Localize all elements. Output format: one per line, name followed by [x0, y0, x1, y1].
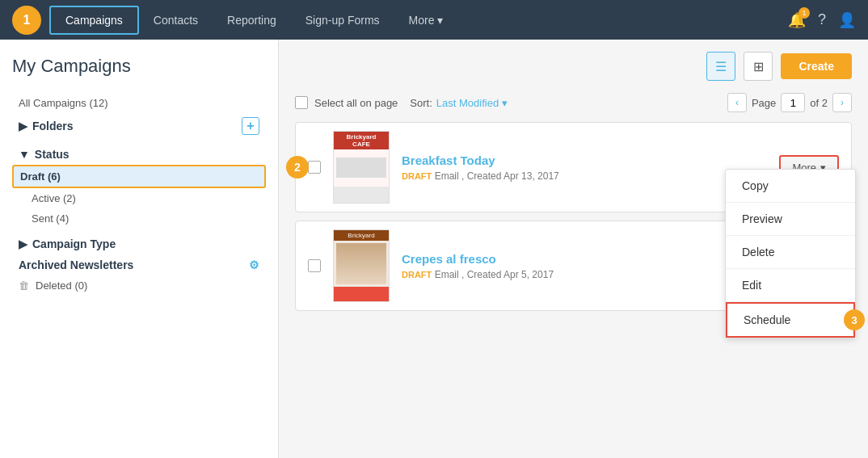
sidebar: My Campaigns All Campaigns (12) ▶ Folder… [0, 40, 279, 458]
dropdown-item-copy[interactable]: Copy [726, 170, 855, 203]
nav-item-campaigns[interactable]: Campaigns [49, 6, 139, 35]
view-toolbar: ☰ ⊞ Create [295, 52, 852, 81]
create-button[interactable]: Create [781, 53, 852, 79]
notifications-icon[interactable]: 🔔 1 [788, 11, 806, 29]
dropdown-item-preview[interactable]: Preview [726, 203, 855, 236]
archive-gear-icon[interactable]: ⚙ [249, 258, 259, 271]
campaign-meta-2: DRAFT Email , Created Apr 5, 2017 [402, 269, 769, 280]
status-arrow-icon: ▼ [19, 148, 30, 161]
nav-item-reporting[interactable]: Reporting [213, 0, 291, 40]
sidebar-item-active[interactable]: Active (2) [12, 188, 266, 208]
sidebar-deleted[interactable]: 🗑 Deleted (0) [12, 275, 266, 296]
step-badge-3: 3 [844, 309, 865, 330]
nav-right-icons: 🔔 1 ? 👤 [788, 11, 856, 29]
sort-by-button[interactable]: Last Modified ▾ [436, 97, 508, 109]
folders-arrow-icon: ▶ [19, 120, 27, 132]
thumb-title-1: BrickyardCAFE [334, 132, 389, 149]
list-view-icon: ☰ [715, 59, 727, 74]
campaign-info-2: Crepes al fresco DRAFT Email , Created A… [402, 252, 769, 280]
page-input[interactable] [781, 93, 805, 112]
select-all-checkbox[interactable] [295, 96, 308, 109]
sidebar-all-campaigns[interactable]: All Campaigns (12) [12, 93, 266, 113]
sidebar-archived-newsletters: Archived Newsletters ⚙ [12, 254, 266, 275]
dropdown-item-edit[interactable]: Edit [726, 269, 855, 302]
status-badge-2: DRAFT [402, 270, 432, 279]
select-all-control: Select all on page [295, 96, 398, 109]
add-folder-button[interactable]: + [242, 117, 259, 135]
top-navigation: 1 Campaigns Contacts Reporting Sign-up F… [0, 0, 868, 40]
nav-items: Campaigns Contacts Reporting Sign-up For… [49, 0, 788, 40]
sidebar-status-header[interactable]: ▼ Status [12, 144, 266, 165]
right-content: ☰ ⊞ Create Select all on page Sort: Last… [279, 40, 868, 458]
campaign-thumbnail-2: Brickyard [333, 229, 390, 302]
dropdown-item-delete[interactable]: Delete [726, 236, 855, 269]
help-icon[interactable]: ? [818, 11, 826, 28]
campaign-select-checkbox-2[interactable] [308, 259, 321, 272]
nav-item-signup-forms[interactable]: Sign-up Forms [291, 0, 394, 40]
campaign-type-arrow-icon: ▶ [19, 237, 27, 250]
main-content: My Campaigns All Campaigns (12) ▶ Folder… [0, 40, 868, 458]
nav-item-more[interactable]: More ▾ [394, 0, 458, 40]
dropdown-menu: Copy Preview Delete Edit Schedule 3 [725, 169, 856, 338]
sidebar-item-sent[interactable]: Sent (4) [12, 208, 266, 229]
sidebar-item-draft[interactable]: Draft (6) [12, 165, 266, 188]
list-view-button[interactable]: ☰ [706, 52, 735, 81]
sidebar-folders-header[interactable]: ▶ Folders + [12, 113, 266, 139]
nav-item-contacts[interactable]: Contacts [139, 0, 213, 40]
grid-view-icon: ⊞ [753, 59, 764, 74]
user-icon[interactable]: 👤 [838, 11, 856, 29]
campaign-info-1: Breakfast Today DRAFT Email , Created Ap… [402, 153, 767, 182]
page-title: My Campaigns [12, 56, 266, 77]
pagination: ‹ Page of 2 › [727, 93, 852, 112]
next-page-button[interactable]: › [832, 93, 852, 112]
sidebar-group-folders: ▶ Folders + [12, 113, 266, 139]
app-logo[interactable]: 1 [12, 6, 41, 35]
prev-page-button[interactable]: ‹ [727, 93, 747, 112]
notification-badge: 1 [798, 7, 810, 19]
trash-icon: 🗑 [19, 279, 29, 292]
sidebar-campaign-type-header[interactable]: ▶ Campaign Type [12, 233, 266, 254]
campaign-meta-1: DRAFT Email , Created Apr 13, 2017 [402, 170, 767, 182]
status-badge-1: DRAFT [402, 171, 432, 181]
dropdown-item-schedule[interactable]: Schedule 3 [726, 302, 855, 338]
campaign-thumbnail-1: BrickyardCAFE [333, 131, 390, 204]
grid-view-button[interactable]: ⊞ [744, 52, 773, 81]
list-controls: Select all on page Sort: Last Modified ▾… [295, 93, 852, 112]
sidebar-group-status: ▼ Status Draft (6) Active (2) Sent (4) [12, 144, 266, 229]
step-badge-2: 2 [286, 156, 309, 179]
campaign-select-checkbox-1[interactable] [308, 161, 321, 174]
sort-control: Sort: Last Modified ▾ [410, 97, 715, 109]
campaign-name-2[interactable]: Crepes al fresco [402, 252, 769, 266]
campaign-name-1[interactable]: Breakfast Today [402, 153, 767, 167]
